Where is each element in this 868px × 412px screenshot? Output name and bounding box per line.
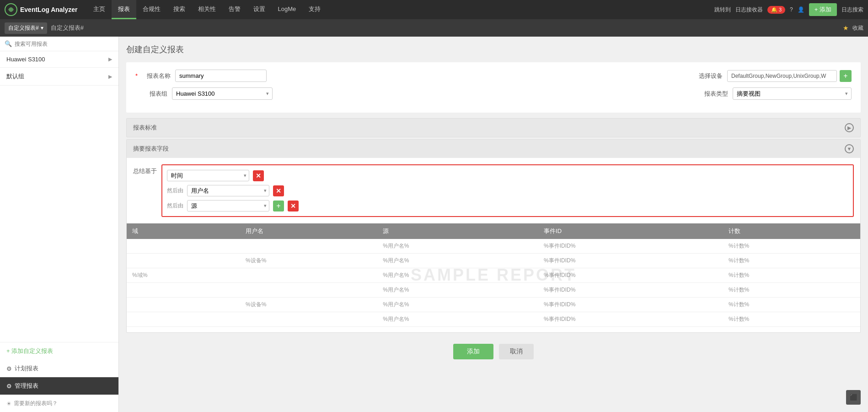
table-cell: %计数% xyxy=(723,268,860,283)
report-group-field: 报表组 Huawei S3100 ▾ xyxy=(135,87,273,100)
submit-add-button[interactable]: 添加 xyxy=(453,344,493,359)
sample-table-wrapper: SAMPLE REPORT 域 用户名 源 事件ID 计数 %用户名%%事件ID… xyxy=(127,223,860,327)
select-device-label: 选择设备 xyxy=(695,72,723,80)
expand-icon: ▶ xyxy=(845,123,854,132)
sidebar-item-huawei[interactable]: Huawei S3100 ▶ xyxy=(0,51,118,68)
table-cell: %事件IDID% xyxy=(538,254,723,268)
table-cell xyxy=(240,268,377,283)
summary-fields-header[interactable]: 摘要报表字段 ▼ xyxy=(127,140,860,158)
report-type-select[interactable]: 摘要视图 xyxy=(733,87,852,100)
add-device-button[interactable]: + xyxy=(840,70,852,82)
table-cell: %计数% xyxy=(723,239,860,254)
criteria-header[interactable]: 报表标准 ▶ xyxy=(127,119,860,137)
search-log-button[interactable]: 日志搜索 xyxy=(841,6,863,14)
jump-to-text[interactable]: 跳转到 xyxy=(714,6,731,14)
sidebar-search-bar: 🔍 xyxy=(0,37,118,51)
report-group-select[interactable]: Huawei S3100 xyxy=(172,87,273,100)
favorite-star-icon[interactable]: ★ xyxy=(843,24,849,32)
summary-fields-section: 摘要报表字段 ▼ 总结基于 时间 用户名 源 域 xyxy=(126,139,861,333)
col-count: 计数 xyxy=(723,223,860,239)
nav-compliance[interactable]: 合规性 xyxy=(136,0,167,19)
summary-fields-label: 摘要报表字段 xyxy=(133,145,169,153)
table-row: %设备%%用户名%%事件IDID%%计数% xyxy=(127,298,860,312)
remove-then1-button[interactable]: ✕ xyxy=(273,185,284,196)
chevron-right-icon: ▶ xyxy=(108,56,112,62)
then-by-1-label: 然后由 xyxy=(167,187,183,195)
base-select-wrap: 时间 用户名 源 域 事件ID ▾ xyxy=(167,170,249,181)
nav-logme[interactable]: LogMe xyxy=(272,0,303,19)
sidebar-menu-label: 计划报表 xyxy=(15,364,38,373)
nav-settings[interactable]: 设置 xyxy=(247,0,272,19)
sidebar-planned-reports[interactable]: ⚙ 计划报表 xyxy=(0,360,118,377)
question-mark[interactable]: ? xyxy=(790,6,793,13)
base-label: 总结基于 xyxy=(133,164,157,175)
log-receiver-text[interactable]: 日志接收器 xyxy=(735,6,763,14)
table-cell: %事件IDID% xyxy=(538,283,723,298)
table-cell: %事件IDID% xyxy=(538,298,723,312)
add-custom-report-link[interactable]: + 添加自定义报表 xyxy=(0,342,118,360)
need-report-section: ☀ 需要新的报表吗？ xyxy=(0,395,118,412)
table-cell: %事件IDID% xyxy=(538,239,723,254)
cancel-button[interactable]: 取消 xyxy=(499,344,534,359)
report-name-field: * 报表名称 xyxy=(135,70,267,82)
table-cell: %事件IDID% xyxy=(538,268,723,283)
terminal-button[interactable]: ⬛ xyxy=(846,390,861,405)
report-type-label: 报表类型 xyxy=(701,90,728,98)
sidebar-item-label: Huawei S3100 xyxy=(6,56,45,63)
custom-report-dropdown[interactable]: 自定义报表# ▾ xyxy=(5,22,47,34)
table-cell: %用户名% xyxy=(377,298,538,312)
table-cell xyxy=(127,298,240,312)
nav-support[interactable]: 支持 xyxy=(302,0,327,19)
table-cell: %计数% xyxy=(723,312,860,327)
col-domain: 域 xyxy=(127,223,240,239)
table-cell: %事件IDID% xyxy=(538,312,723,327)
then2-select[interactable]: 源 时间 用户名 域 事件ID xyxy=(187,200,269,211)
device-input-wrap: + xyxy=(727,70,852,82)
table-cell: %计数% xyxy=(723,298,860,312)
then1-select[interactable]: 用户名 时间 源 域 事件ID xyxy=(187,185,269,196)
logo-text: EventLog Analyzer xyxy=(20,6,78,13)
grouping-controls: 时间 用户名 源 域 事件ID ▾ ✕ 然后由 xyxy=(161,164,854,217)
nav-reports[interactable]: 报表 xyxy=(112,0,136,19)
table-cell: %用户名% xyxy=(377,268,538,283)
table-cell: %用户名% xyxy=(377,312,538,327)
sidebar-bottom: + 添加自定义报表 ⚙ 计划报表 ⚙ 管理报表 ☀ 需要新的报表吗？ xyxy=(0,342,118,412)
nav-right: 跳转到 日志接收器 🔔 3 ? 👤 + 添加 日志搜索 xyxy=(714,3,863,16)
search-icon: 🔍 xyxy=(5,40,12,47)
then1-select-wrap: 用户名 时间 源 域 事件ID ▾ xyxy=(187,185,269,196)
table-cell: %用户名% xyxy=(377,283,538,298)
logo-icon xyxy=(5,3,17,16)
table-row: %域%%用户名%%事件IDID%%计数% xyxy=(127,268,860,283)
sidebar-manage-reports[interactable]: ⚙ 管理报表 xyxy=(0,377,118,395)
chevron-right-icon: ▶ xyxy=(108,74,112,80)
nav-correlation[interactable]: 相关性 xyxy=(192,0,222,19)
report-type-select-wrap: 摘要视图 ▾ xyxy=(733,87,852,100)
nav-search[interactable]: 搜索 xyxy=(167,0,192,19)
nav-alerts[interactable]: 告警 xyxy=(222,0,247,19)
col-username: 用户名 xyxy=(240,223,377,239)
table-cell xyxy=(127,254,240,268)
add-group-button[interactable]: + xyxy=(273,201,284,211)
search-input[interactable] xyxy=(15,41,114,47)
user-icon[interactable]: 👤 xyxy=(798,6,804,13)
page-title: 创建自定义报表 xyxy=(126,44,861,55)
form-row-2: 报表组 Huawei S3100 ▾ 报表类型 摘要视图 xyxy=(135,87,852,100)
dropdown-label: 自定义报表# xyxy=(8,24,39,32)
logo[interactable]: EventLog Analyzer xyxy=(5,3,78,16)
sidebar-item-default-group[interactable]: 默认组 ▶ xyxy=(0,68,118,86)
breadcrumb: 自定义报表# xyxy=(51,24,84,32)
device-input[interactable] xyxy=(727,70,837,82)
table-cell: %设备% xyxy=(240,254,377,268)
remove-then2-button[interactable]: ✕ xyxy=(288,201,299,211)
global-add-button[interactable]: + 添加 xyxy=(809,3,837,16)
top-nav: EventLog Analyzer 主页 报表 合规性 搜索 相关性 告警 设置… xyxy=(0,0,868,19)
content-area: 创建自定义报表 * 报表名称 选择设备 + xyxy=(119,37,868,412)
gear-icon: ⚙ xyxy=(6,365,12,372)
notification-button[interactable]: 🔔 3 xyxy=(767,6,785,14)
base-select[interactable]: 时间 用户名 源 域 事件ID xyxy=(167,170,249,181)
report-name-input[interactable] xyxy=(175,70,267,82)
remove-base-button[interactable]: ✕ xyxy=(253,170,264,181)
nav-home[interactable]: 主页 xyxy=(87,0,112,19)
table-cell: %用户名% xyxy=(377,239,538,254)
group-row-2: 然后由 用户名 时间 源 域 事件ID ▾ ✕ xyxy=(167,185,848,196)
